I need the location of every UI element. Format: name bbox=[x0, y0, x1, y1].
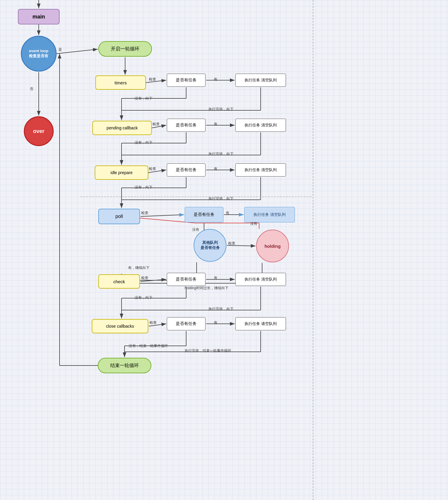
label-notask-poll: 没有 bbox=[192, 227, 199, 232]
idle-prepare-label: idle prepare bbox=[111, 170, 133, 175]
eventloop-label: event loop检查是否有 bbox=[29, 49, 48, 59]
label-check-other: 检查 bbox=[228, 241, 235, 246]
check-task-pending-label: 是否有任务 bbox=[176, 123, 197, 128]
exec-task-timers-label: 执行任务 清空队列 bbox=[245, 78, 277, 83]
exec-task-pending-label: 执行任务 清空队列 bbox=[245, 123, 277, 128]
check-task-check: 是否有任务 bbox=[167, 273, 206, 286]
label-done-idle: 执行完毕，向下 bbox=[209, 196, 234, 201]
node-timers: timers bbox=[95, 75, 146, 90]
poll-label: poll bbox=[116, 214, 123, 219]
node-idle-prepare: idle prepare bbox=[95, 165, 148, 180]
label-notask-holding: 没有 bbox=[250, 221, 257, 226]
check-task-pending: 是否有任务 bbox=[167, 119, 206, 132]
exec-task-check-label: 执行任务 清空队列 bbox=[245, 277, 277, 282]
diagram-container: main event loop检查是否有 over 开启一轮循环 timers … bbox=[0, 0, 448, 500]
check-task-idle: 是否有任务 bbox=[167, 163, 206, 177]
check-task-check-label: 是否有任务 bbox=[176, 277, 197, 282]
svg-line-5 bbox=[57, 49, 98, 54]
close-callbacks-label: close callbacks bbox=[106, 324, 134, 329]
label-has-timers: 有 bbox=[214, 77, 217, 82]
check-task-timers: 是否有任务 bbox=[167, 74, 206, 87]
dashed-line-right bbox=[313, 0, 313, 500]
check-task-close: 是否有任务 bbox=[167, 317, 206, 330]
exec-task-close: 执行任务 请空队列 bbox=[235, 317, 286, 330]
label-check-close: 检查 bbox=[150, 320, 157, 325]
label-check-timers: 检查 bbox=[149, 77, 156, 82]
check-task-close-label: 是否有任务 bbox=[176, 321, 197, 326]
node-poll: poll bbox=[98, 209, 140, 224]
check-label: check bbox=[113, 279, 125, 284]
node-other-queue: 其他队列是否有任务 bbox=[194, 229, 226, 262]
exec-task-idle-label: 执行任务 清空队列 bbox=[245, 167, 277, 173]
exec-task-pending: 执行任务 清空队列 bbox=[235, 119, 286, 132]
label-has-pending: 有 bbox=[214, 122, 217, 127]
node-close-callbacks: close callbacks bbox=[92, 319, 148, 333]
label-no: 否 bbox=[30, 86, 33, 92]
exec-task-idle: 执行任务 清空队列 bbox=[235, 163, 286, 177]
node-pending-callback: pending callback bbox=[92, 121, 152, 135]
exec-task-poll-label: 执行任务 清空队列 bbox=[253, 212, 286, 217]
check-task-timers-label: 是否有任务 bbox=[176, 78, 197, 83]
node-holding: holding bbox=[256, 230, 289, 262]
label-done-timers: 执行完毕，向下 bbox=[209, 107, 234, 112]
label-done-check: 执行完毕，向下 bbox=[209, 306, 234, 312]
exec-task-check: 执行任务 清空队列 bbox=[235, 273, 286, 286]
label-check-idle: 检查 bbox=[149, 166, 156, 171]
exec-task-close-label: 执行任务 请空队列 bbox=[245, 321, 277, 326]
timers-label: timers bbox=[115, 80, 127, 85]
node-eventloop: event loop检查是否有 bbox=[21, 36, 57, 72]
label-done-pending: 执行完毕，向下 bbox=[209, 151, 234, 157]
other-queue-label: 其他队列是否有任务 bbox=[200, 240, 220, 250]
main-label: main bbox=[32, 14, 45, 20]
label-holding-continue: holding时间过长，继续向下 bbox=[185, 286, 228, 291]
label-has-poll: 有 bbox=[226, 210, 229, 216]
label-no-end: 没有，结束一轮事件循环 bbox=[129, 343, 168, 349]
check-task-idle-label: 是否有任务 bbox=[176, 167, 197, 173]
label-notask-idle: 没有，向下 bbox=[135, 185, 153, 190]
label-notask-timers: 没有，向下 bbox=[135, 96, 153, 101]
check-task-poll-label: 是否有任务 bbox=[194, 212, 214, 217]
label-has-idle: 有 bbox=[214, 166, 217, 171]
node-check: check bbox=[98, 274, 140, 289]
label-has-check: 有 bbox=[214, 275, 217, 281]
start-loop-label: 开启一轮循环 bbox=[111, 46, 139, 52]
label-check-pending: 检查 bbox=[153, 122, 160, 127]
end-loop-label: 结束一轮循环 bbox=[110, 363, 139, 369]
holding-label: holding bbox=[265, 244, 281, 249]
label-has-continue: 有，继续向下 bbox=[128, 265, 150, 270]
label-check-check: 检查 bbox=[141, 275, 148, 281]
node-main: main bbox=[18, 9, 60, 24]
label-notask-check: 没有，向下 bbox=[135, 295, 153, 300]
label-exec-end: 执行完毕，结束一轮事件循环 bbox=[185, 348, 231, 353]
check-task-poll: 是否有任务 bbox=[185, 207, 223, 222]
exec-task-timers: 执行任务 清空队列 bbox=[235, 74, 286, 87]
label-notask-pending: 没有，向下 bbox=[135, 140, 153, 145]
pending-callback-label: pending callback bbox=[107, 126, 138, 130]
label-yes: 是 bbox=[58, 47, 62, 52]
node-start-loop: 开启一轮循环 bbox=[98, 41, 152, 57]
node-end-loop: 结束一轮循环 bbox=[98, 358, 151, 373]
over-label: over bbox=[33, 128, 44, 134]
node-over: over bbox=[24, 116, 54, 146]
label-check-poll: 检查 bbox=[141, 210, 148, 216]
exec-task-poll: 执行任务 清空队列 bbox=[244, 207, 295, 222]
label-has-close: 有 bbox=[214, 320, 217, 325]
